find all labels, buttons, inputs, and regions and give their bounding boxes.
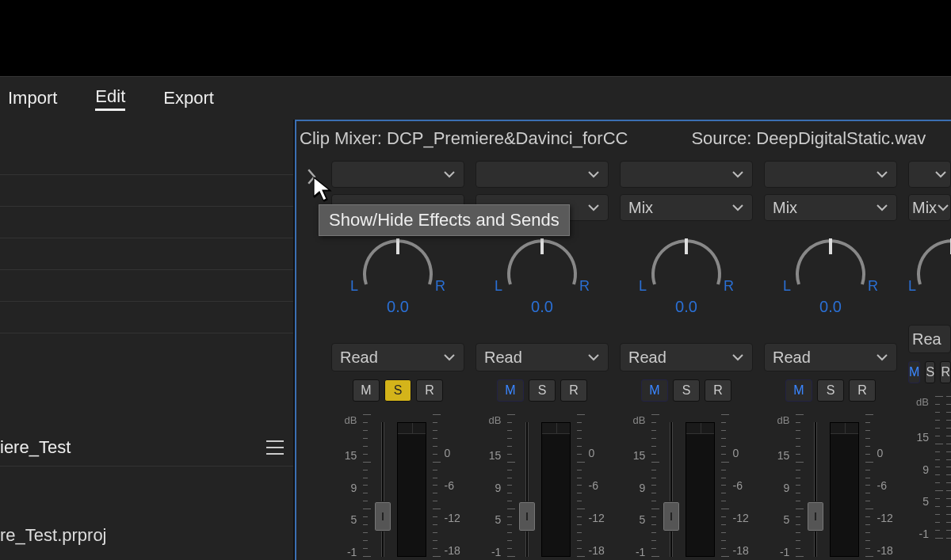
mute-button[interactable]: M — [497, 379, 524, 402]
automation-mode-select[interactable]: Read — [620, 343, 753, 371]
db-label: dB — [908, 396, 929, 408]
pan-value: 0.0 — [819, 298, 842, 316]
scale-tick: 15 — [331, 449, 357, 460]
automation-mode-select[interactable]: Read — [476, 343, 609, 371]
db-label: dB — [764, 414, 789, 426]
record-button[interactable]: R — [416, 379, 443, 402]
scale-tick: -18 — [444, 544, 464, 557]
chevron-down-icon — [876, 170, 888, 179]
project-row[interactable] — [0, 270, 293, 302]
fx-slot[interactable] — [331, 161, 464, 188]
mute-button[interactable]: M — [785, 379, 812, 402]
level-meter — [541, 422, 571, 557]
volume-fader[interactable] — [374, 414, 390, 557]
project-row[interactable] — [0, 238, 293, 270]
scale-tick: 5 — [331, 513, 357, 524]
automation-mode-select[interactable]: Rea — [908, 325, 951, 353]
fader-handle[interactable] — [663, 501, 680, 531]
scale-tick: 0 — [444, 447, 464, 459]
record-button[interactable]: R — [940, 361, 951, 383]
chevron-down-icon — [587, 203, 600, 212]
record-button[interactable]: R — [849, 379, 876, 402]
fader-handle[interactable] — [374, 501, 391, 531]
scale-tick: 15 — [476, 449, 501, 460]
mute-button[interactable]: M — [641, 379, 668, 402]
project-row[interactable] — [0, 143, 293, 175]
project-row[interactable] — [0, 302, 293, 333]
clip-mixer-panel: Clip Mixer: DCP_Premiere&Davinci_forCC S… — [295, 120, 951, 560]
send-label: Mix — [773, 199, 797, 217]
pan-knob[interactable] — [643, 232, 730, 294]
chevron-down-icon — [731, 352, 744, 362]
scale-tick: 15 — [908, 431, 929, 442]
project-panel: iere_Test re_Test.prproj — [0, 120, 295, 560]
fx-slot[interactable] — [764, 161, 897, 188]
scale-tick: 5 — [620, 513, 645, 524]
fader-handle[interactable] — [807, 501, 824, 531]
solo-button[interactable]: S — [925, 361, 935, 383]
automation-mode-select[interactable]: Read — [331, 343, 464, 371]
chevron-down-icon — [731, 170, 744, 179]
mute-button[interactable]: M — [353, 379, 380, 402]
scale-tick: 5 — [908, 495, 929, 506]
scale-tick: -1 — [908, 528, 929, 539]
solo-button[interactable]: S — [673, 379, 700, 402]
volume-fader[interactable] — [518, 414, 534, 557]
send-select[interactable]: Mix — [764, 194, 897, 221]
fader-section: dB 1595-1 0-6-12-18 — [764, 414, 897, 557]
scale-tick: -6 — [588, 479, 609, 492]
show-hide-effects-sends-button[interactable] — [296, 161, 327, 192]
db-label: dB — [620, 414, 645, 426]
scale-tick: 9 — [764, 482, 789, 493]
fx-slot[interactable] — [476, 161, 609, 188]
level-meter — [686, 422, 716, 557]
scale-tick: -1 — [476, 546, 501, 557]
scale-tick: -6 — [732, 479, 753, 492]
automation-mode-select[interactable]: Read — [764, 343, 897, 371]
send-select[interactable]: Mix — [908, 194, 951, 221]
mute-button[interactable]: M — [908, 361, 920, 383]
db-label: dB — [331, 414, 357, 426]
automation-mode-label: Rea — [912, 330, 941, 349]
fx-slot[interactable] — [908, 161, 951, 188]
record-button[interactable]: R — [705, 379, 731, 402]
fader-handle[interactable] — [518, 501, 536, 531]
solo-button[interactable]: S — [817, 379, 844, 402]
chevron-down-icon — [876, 203, 888, 212]
tab-export[interactable]: Export — [163, 88, 214, 109]
scale-tick: 0 — [877, 447, 897, 459]
volume-fader[interactable] — [807, 414, 823, 557]
tab-edit[interactable]: Edit — [95, 86, 125, 111]
scale-tick: 5 — [764, 513, 789, 524]
mixer-track: Mix LR 0.0 Read M S R dB 1595-1 — [764, 161, 897, 557]
tab-import[interactable]: Import — [8, 88, 57, 109]
solo-button[interactable]: S — [384, 379, 411, 402]
chevron-down-icon — [876, 352, 888, 362]
panel-tab-clip-mixer[interactable]: Clip Mixer: DCP_Premiere&Davinci_forCC — [300, 128, 628, 149]
solo-button[interactable]: S — [529, 379, 556, 402]
automation-mode-label: Read — [773, 349, 811, 367]
pan-knob[interactable] — [498, 232, 586, 294]
pan-value: 0.0 — [387, 298, 409, 316]
mixer-track: Mix LR 0.0 Read M S R dB 1595-1 — [620, 161, 753, 557]
pan-knob[interactable] — [354, 232, 441, 294]
panel-tab-source[interactable]: Source: DeepDigitalStatic.wav — [691, 128, 926, 149]
db-label: dB — [476, 414, 501, 426]
scale-tick: 9 — [908, 463, 929, 474]
record-button[interactable]: R — [560, 379, 587, 402]
project-row[interactable] — [0, 207, 293, 238]
pan-knob[interactable] — [908, 232, 951, 294]
scale-tick: -12 — [877, 512, 897, 524]
chevron-down-icon — [443, 352, 456, 362]
send-select[interactable]: Mix — [620, 194, 753, 221]
workspace-tab-bar: Import Edit Export — [0, 76, 951, 120]
scale-tick: -12 — [444, 512, 464, 524]
pan-knob[interactable] — [787, 232, 874, 294]
list-view-icon[interactable] — [266, 440, 284, 455]
fader-section: dB 1595-1 0-6-12-18 — [331, 414, 464, 557]
scale-tick: -12 — [588, 512, 609, 524]
tooltip: Show/Hide Effects and Sends — [319, 204, 570, 236]
fx-slot[interactable] — [620, 161, 753, 188]
project-row[interactable] — [0, 175, 293, 207]
volume-fader[interactable] — [663, 414, 678, 557]
